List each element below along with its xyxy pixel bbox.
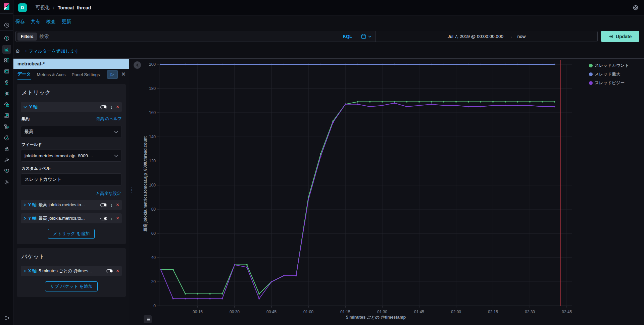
svg-text:02:00: 02:00 bbox=[451, 310, 461, 314]
aggregation-help-link[interactable]: 最高 のヘルプ bbox=[96, 116, 122, 122]
date-range-arrow-icon: → bbox=[508, 34, 513, 39]
save-link[interactable]: 保存 bbox=[15, 19, 25, 25]
visualization-editor-panel: metricbeat-* データMetrics & AxesPanel Sett… bbox=[13, 58, 129, 325]
tab-metrics-axes[interactable]: Metrics & Axes bbox=[37, 69, 66, 80]
refresh-icon bbox=[609, 34, 613, 39]
y-axis-metric-row-2[interactable]: Y 軸最高 jolokia.metrics.to...↕× bbox=[21, 200, 122, 210]
nav-item-uptime[interactable] bbox=[2, 133, 11, 142]
remove-icon[interactable]: × bbox=[116, 268, 119, 274]
y-axis-label[interactable]: Y 軸 bbox=[29, 104, 38, 110]
metrics-section: メトリック Y 軸 ↕ × 集約 最高 のヘルプ 最高 フィールド joloki… bbox=[17, 84, 126, 244]
date-range-display[interactable]: Jul 7, 2019 @ 00:00:00.000 → now bbox=[376, 31, 597, 42]
remove-icon[interactable]: × bbox=[116, 216, 119, 221]
y-axis-metric-row-2-axis[interactable]: Y 軸 bbox=[28, 202, 37, 208]
breadcrumb-visualize[interactable]: 可視化 bbox=[36, 5, 50, 11]
share-link[interactable]: 共有 bbox=[31, 19, 40, 25]
nav-item-recent[interactable] bbox=[2, 21, 11, 30]
space-badge[interactable]: D bbox=[18, 3, 27, 12]
collapse-nav-button[interactable] bbox=[2, 314, 11, 322]
clock-check-icon bbox=[4, 135, 10, 141]
query-bar: Filters 検索 KQL Jul 7, 2019 @ 00:00:00.00… bbox=[15, 31, 598, 42]
drag-reorder-icon[interactable]: ↕ bbox=[110, 203, 113, 208]
add-sub-bucket-button[interactable]: サブ バケット を追加 bbox=[45, 281, 97, 291]
svg-text:180: 180 bbox=[149, 86, 156, 91]
nav-item-apm[interactable] bbox=[2, 122, 11, 131]
update-button[interactable]: Update bbox=[601, 31, 639, 42]
chevron-right-icon bbox=[23, 217, 26, 220]
nav-item-stack-monitoring[interactable] bbox=[2, 167, 11, 175]
svg-text:00:30: 00:30 bbox=[230, 310, 240, 314]
enable-toggle[interactable] bbox=[100, 217, 107, 220]
legend-item-スレッド最大[interactable]: スレッド最大 bbox=[589, 71, 629, 77]
y-axis-metric-row-3-description: 最高 jolokia.metrics.to... bbox=[39, 215, 85, 221]
x-axis-bucket-row[interactable]: X 軸5 minutes ごとの @times...× bbox=[21, 266, 122, 276]
field-label: フィールド bbox=[21, 142, 121, 148]
close-editor-icon[interactable]: ✕ bbox=[121, 71, 126, 77]
legend-item-スレッドカウント[interactable]: スレッドカウント bbox=[589, 63, 629, 68]
tab-panel-settings[interactable]: Panel Settings bbox=[72, 69, 100, 80]
legend-toggle-button[interactable] bbox=[144, 315, 152, 323]
kibana-logo[interactable] bbox=[0, 0, 13, 13]
inspect-link[interactable]: 検査 bbox=[46, 19, 56, 25]
field-select[interactable]: jolokia.metrics.tomcat.ajp_8009.... bbox=[21, 150, 122, 162]
tab--[interactable]: データ bbox=[17, 69, 31, 80]
nav-item-discover[interactable] bbox=[2, 34, 11, 43]
x-axis-bucket-row-description: 5 minutes ごとの @times... bbox=[39, 268, 92, 274]
svg-text:120: 120 bbox=[149, 159, 156, 163]
svg-text:02:30: 02:30 bbox=[525, 310, 535, 314]
filters-button[interactable]: Filters bbox=[17, 33, 37, 41]
cloud-server-icon bbox=[4, 102, 10, 108]
breadcrumb: 可視化 / Tomcat_thread bbox=[36, 5, 91, 11]
nav-item-dashboard[interactable] bbox=[2, 56, 11, 65]
aggregation-select[interactable]: 最高 bbox=[21, 126, 122, 138]
nav-item-infrastructure[interactable] bbox=[2, 100, 11, 109]
metric-enable-toggle[interactable] bbox=[100, 105, 107, 109]
custom-label-label: カスタムラベル bbox=[21, 166, 121, 171]
chevron-right-icon bbox=[23, 269, 26, 273]
svg-text:02:15: 02:15 bbox=[488, 310, 498, 314]
flow-nodes-icon bbox=[4, 124, 10, 130]
date-picker-button[interactable] bbox=[357, 34, 376, 39]
enable-toggle[interactable] bbox=[106, 269, 113, 273]
nav-item-maps[interactable] bbox=[2, 78, 11, 87]
nav-item-management[interactable] bbox=[2, 178, 11, 186]
nav-item-machine-learning[interactable] bbox=[2, 89, 11, 98]
y-axis-metric-row-3[interactable]: Y 軸最高 jolokia.metrics.to...↕× bbox=[21, 213, 122, 223]
kql-toggle[interactable]: KQL bbox=[338, 34, 357, 39]
custom-label-input[interactable] bbox=[21, 173, 122, 185]
map-pin-icon bbox=[4, 79, 10, 86]
filter-options-gear-icon[interactable]: ⚙ bbox=[15, 48, 20, 54]
remove-metric-icon[interactable]: × bbox=[116, 104, 119, 110]
svg-text:160: 160 bbox=[149, 110, 156, 115]
date-range-end[interactable]: now bbox=[517, 34, 526, 39]
nav-item-siem[interactable] bbox=[2, 145, 11, 153]
advanced-settings-link[interactable]: 高度な設定 bbox=[96, 191, 121, 196]
x-axis-title: 5 minutes ごとの @timestamp bbox=[346, 315, 406, 320]
remove-icon[interactable]: × bbox=[116, 202, 119, 208]
date-range-start[interactable]: Jul 7, 2019 @ 00:00:00.000 bbox=[448, 34, 503, 39]
y-axis-metric-row-open[interactable]: Y 軸 ↕ × bbox=[21, 102, 122, 112]
nav-item-canvas[interactable] bbox=[2, 67, 11, 76]
drag-reorder-icon[interactable]: ↕ bbox=[110, 105, 113, 110]
apply-changes-button[interactable]: ▷ bbox=[107, 70, 118, 79]
nav-item-dev-tools[interactable] bbox=[2, 156, 11, 164]
refresh-link[interactable]: 更新 bbox=[62, 19, 71, 25]
chevron-down-icon bbox=[368, 36, 371, 38]
drag-reorder-icon[interactable]: ↕ bbox=[110, 216, 113, 221]
compass-icon bbox=[4, 35, 10, 41]
chevron-right-icon bbox=[23, 203, 26, 207]
enable-toggle[interactable] bbox=[100, 203, 107, 207]
bar-chart-icon bbox=[4, 46, 10, 52]
legend-item-スレッドビジー[interactable]: スレッドビジー bbox=[589, 80, 629, 86]
y-axis-metric-row-3-axis[interactable]: Y 軸 bbox=[28, 215, 37, 221]
nav-item-visualize[interactable] bbox=[2, 45, 11, 54]
svg-text:01:00: 01:00 bbox=[303, 310, 313, 314]
index-pattern-header[interactable]: metricbeat-* bbox=[13, 59, 129, 69]
add-metric-button[interactable]: メトリック を追加 bbox=[48, 229, 95, 239]
x-axis-bucket-row-axis[interactable]: X 軸 bbox=[28, 268, 37, 274]
help-button[interactable] bbox=[633, 5, 639, 11]
add-filter-link[interactable]: + フィルターを追加します bbox=[24, 48, 79, 54]
svg-text:0: 0 bbox=[153, 304, 156, 308]
nav-item-logs[interactable] bbox=[2, 111, 11, 120]
search-input[interactable]: 検索 bbox=[40, 34, 338, 40]
